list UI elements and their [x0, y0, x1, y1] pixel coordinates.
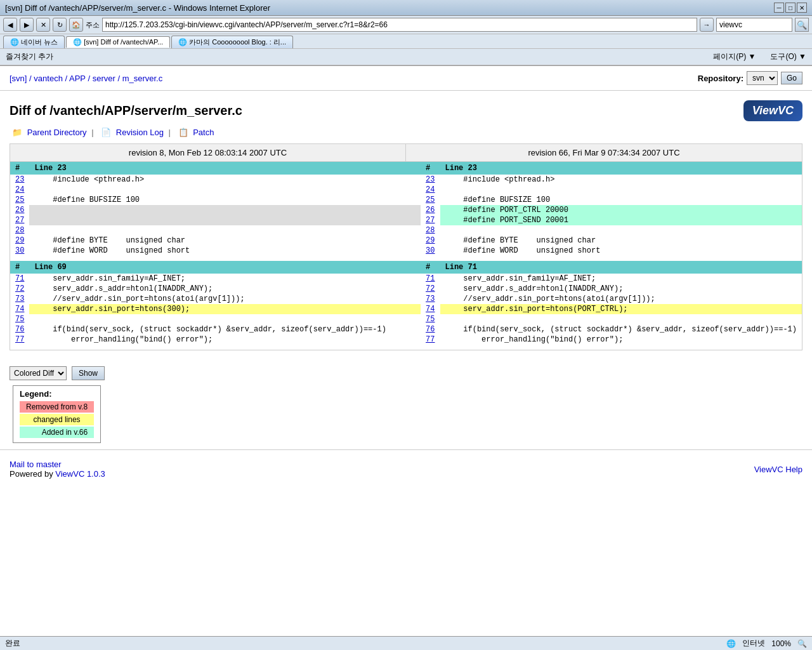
line-num-26-left[interactable]: 26: [15, 206, 24, 215]
repo-select[interactable]: svn: [747, 71, 778, 85]
line-num-29-right[interactable]: 29: [426, 236, 435, 245]
tabs-bar: 🌐 네이버 뉴스 🌐 [svn] Diff of /vantech/AP... …: [0, 34, 812, 49]
diff-code-left-74: serv_addr.sin_port=htons(300);: [29, 304, 421, 314]
diff-row-75: 75 75: [10, 314, 802, 324]
close-button[interactable]: ✕: [797, 3, 807, 13]
logo-text: ViewVC: [752, 104, 794, 117]
line-num-23-left[interactable]: 23: [15, 175, 24, 184]
breadcrumb-svn[interactable]: [svn]: [10, 74, 27, 83]
line-num-23-right[interactable]: 23: [426, 175, 435, 184]
breadcrumb-app[interactable]: APP: [69, 74, 86, 83]
forward-button[interactable]: ▶: [20, 18, 34, 32]
maximize-button[interactable]: □: [785, 3, 796, 13]
diff-code-left-27: [29, 215, 421, 225]
address-input[interactable]: [102, 18, 697, 32]
line-num-76-right[interactable]: 76: [426, 325, 435, 334]
line-num-77-right[interactable]: 77: [426, 335, 435, 344]
line-num-76-left[interactable]: 76: [15, 325, 24, 334]
parent-directory-link[interactable]: Parent Directory: [27, 128, 87, 137]
line-num-25-right[interactable]: 25: [426, 196, 435, 204]
diff-row-27: 27 27 #define PORT_SEND 20001: [10, 215, 802, 225]
line-num-28-right[interactable]: 28: [426, 226, 435, 235]
tab-naver[interactable]: 🌐 네이버 뉴스: [3, 36, 65, 48]
diff-code-right-30: #define WORD unsigned short: [440, 246, 802, 256]
line-num-73-right[interactable]: 73: [426, 295, 435, 303]
line-num-24-left[interactable]: 24: [15, 185, 24, 194]
back-button[interactable]: ◀: [3, 18, 17, 32]
diff-code-left-30: #define WORD unsigned short: [29, 246, 421, 256]
line-num-72-right[interactable]: 72: [426, 284, 435, 293]
diff-code-right-29: #define BYTE unsigned char: [440, 235, 802, 246]
line-num-30-left[interactable]: 30: [15, 246, 24, 255]
menu-page[interactable]: 페이지(P) ▼: [710, 50, 758, 63]
breadcrumb-file[interactable]: m_server.c: [122, 74, 163, 83]
tab-kama[interactable]: 🌐 카마의 Cooooooool Blog. : 리...: [171, 36, 293, 48]
colored-diff-row: Colored Diff Unified Diff Context Diff S…: [10, 366, 802, 380]
diff-row-73: 73 //serv_addr.sin_port=htons(atoi(argv[…: [10, 294, 802, 304]
home-button[interactable]: 🏠: [69, 18, 83, 32]
diff-code-right-74: serv_addr.sin_port=htons(PORT_CTRL);: [440, 304, 802, 314]
tab-svn[interactable]: 🌐 [svn] Diff of /vantech/AP...: [66, 36, 170, 48]
line-num-71-left[interactable]: 71: [15, 274, 24, 283]
nav-sep2: |: [169, 128, 173, 137]
diff-row: 23 #include <pthread.h> 23 #include <pth…: [10, 175, 802, 185]
legend-added: Added in v.66: [20, 427, 94, 438]
repo-go-button[interactable]: Go: [781, 72, 802, 84]
menu-favorites[interactable]: 즐겨찾기 추가: [3, 50, 56, 63]
viewvc-help-link[interactable]: ViewVC Help: [754, 465, 802, 474]
menu-tools[interactable]: 도구(O) ▼: [768, 50, 809, 63]
line-num-75-left[interactable]: 75: [15, 315, 24, 324]
line-num-26-right[interactable]: 26: [426, 206, 435, 215]
viewvc-version-link[interactable]: ViewVC 1.0.3: [55, 469, 105, 479]
breadcrumb-sep4: /: [117, 74, 122, 83]
diff-row-76: 76 if(bind(serv_sock, (struct sockaddr*)…: [10, 324, 802, 335]
breadcrumb-server[interactable]: server: [93, 74, 115, 83]
line-num-75-right[interactable]: 75: [426, 315, 435, 324]
tab-kama-label: 🌐 카마의 Cooooooool Blog. : 리...: [178, 38, 286, 46]
diff-code-left-72: serv_addr.s_addr=htonl(INADDR_ANY);: [29, 284, 421, 294]
mail-to-master-link[interactable]: Mail to master: [10, 460, 62, 469]
search-input[interactable]: [716, 18, 792, 32]
patch-link[interactable]: Patch: [193, 128, 214, 137]
show-button[interactable]: Show: [72, 366, 105, 380]
diff-row-77: 77 error_handling("bind() error"); 77 er…: [10, 335, 802, 345]
line-num-28-left[interactable]: 28: [15, 226, 24, 235]
page-content: [svn] / vantech / APP / server / m_serve…: [0, 66, 812, 488]
address-label: 주소: [86, 20, 100, 30]
diff-revision-header: revision 8, Mon Feb 12 08:03:14 2007 UTC…: [10, 144, 802, 162]
diff-code-left-25: #define BUFSIZE 100: [29, 195, 421, 205]
line-num-27-right[interactable]: 27: [426, 216, 435, 225]
line-num-25-left[interactable]: 25: [15, 196, 24, 204]
address-bar: 주소 →: [86, 18, 714, 32]
diff-row-29: 29 #define BYTE unsigned char 29 #define…: [10, 235, 802, 246]
line-num-72-left[interactable]: 72: [15, 284, 24, 293]
revision-log-link[interactable]: Revision Log: [116, 128, 164, 137]
refresh-button[interactable]: ↻: [53, 18, 67, 32]
diff-code-left-23: #include <pthread.h>: [29, 175, 421, 185]
diff-code-right-28: [440, 225, 802, 235]
address-go-button[interactable]: →: [700, 18, 714, 32]
line-num-77-left[interactable]: 77: [15, 335, 24, 344]
search-button[interactable]: 🔍: [795, 18, 809, 32]
line-num-30-right[interactable]: 30: [426, 246, 435, 255]
line-num-74-left[interactable]: 74: [15, 305, 24, 314]
line-num-27-left[interactable]: 27: [15, 216, 24, 225]
legend-removed: Removed from v.8: [20, 401, 94, 413]
minimize-button[interactable]: ─: [774, 3, 784, 13]
line-num-74-right[interactable]: 74: [426, 305, 435, 314]
powered-by-text: Powered by ViewVC 1.0.3: [10, 469, 105, 479]
section-hash-right: #: [421, 162, 440, 175]
diff-row: 24 24: [10, 185, 802, 195]
diff-row-26: 26 26 #define PORT_CTRL 20000: [10, 205, 802, 215]
diff-rev-left: revision 8, Mon Feb 12 08:03:14 2007 UTC: [10, 144, 406, 162]
colored-diff-select[interactable]: Colored Diff Unified Diff Context Diff: [10, 366, 67, 380]
line-num-29-left[interactable]: 29: [15, 236, 24, 245]
diff-code-left-24: [29, 185, 421, 195]
line-num-71-right[interactable]: 71: [426, 274, 435, 283]
line-num-73-left[interactable]: 73: [15, 295, 24, 303]
footer: Mail to master Powered by ViewVC 1.0.3 V…: [0, 449, 812, 488]
line-num-24-right[interactable]: 24: [426, 185, 435, 194]
breadcrumb-vantech[interactable]: vantech: [34, 74, 63, 83]
stop-button[interactable]: ✕: [36, 18, 50, 32]
section2-hash-right: #: [421, 261, 440, 274]
